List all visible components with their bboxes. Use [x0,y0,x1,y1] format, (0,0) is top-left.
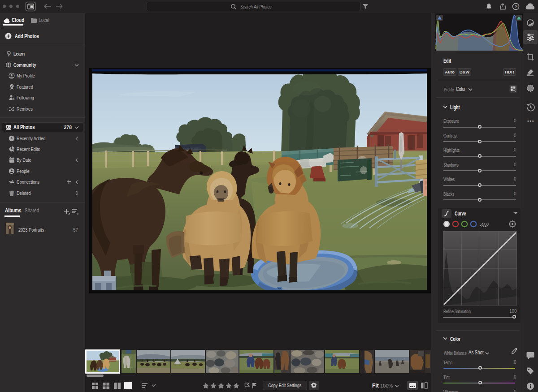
svg-text:?: ? [514,4,517,9]
